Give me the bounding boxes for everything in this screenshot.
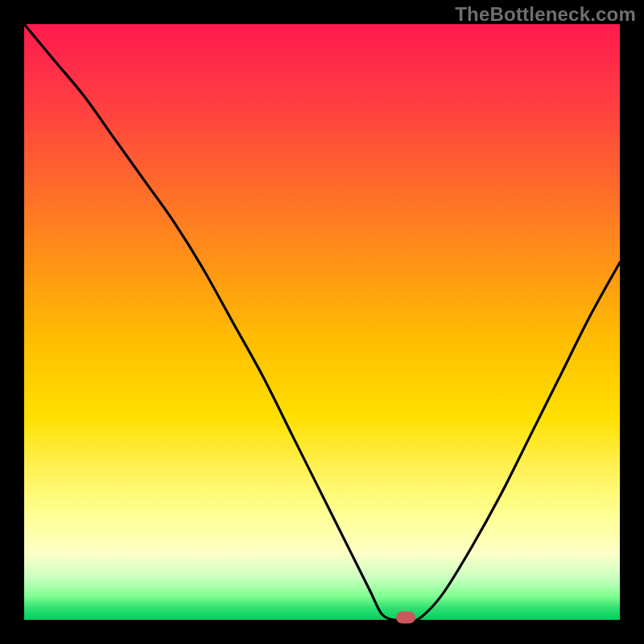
chart-frame: TheBottleneck.com [0,0,644,644]
bottleneck-curve [24,24,620,620]
watermark-text: TheBottleneck.com [455,3,636,26]
plot-area [24,24,620,620]
optimum-marker [396,612,415,624]
